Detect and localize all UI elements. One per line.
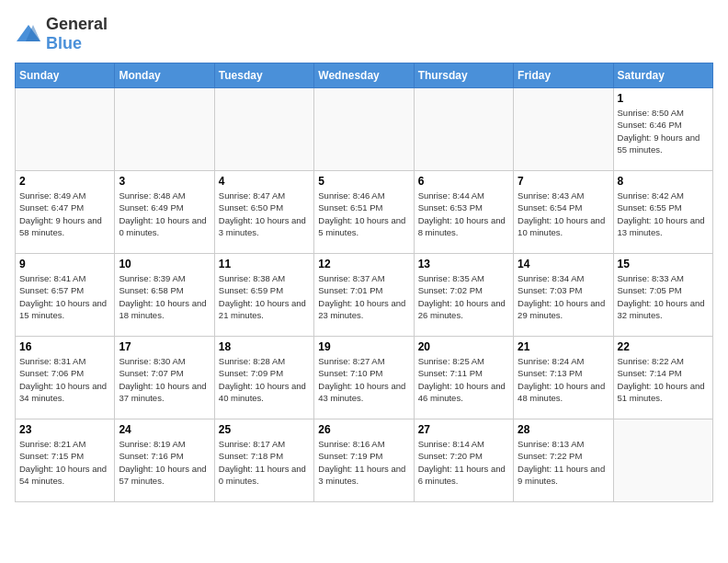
day-number: 16 (19, 340, 110, 353)
day-info: Sunrise: 8:30 AM Sunset: 7:07 PM Dayligh… (119, 355, 210, 404)
day-number: 27 (418, 423, 509, 436)
col-tuesday: Tuesday (214, 63, 313, 88)
day-info: Sunrise: 8:31 AM Sunset: 7:06 PM Dayligh… (19, 355, 110, 404)
day-info: Sunrise: 8:34 AM Sunset: 7:03 PM Dayligh… (518, 272, 609, 321)
col-saturday: Saturday (613, 63, 712, 88)
day-info: Sunrise: 8:28 AM Sunset: 7:09 PM Dayligh… (219, 355, 310, 404)
day-info: Sunrise: 8:16 AM Sunset: 7:19 PM Dayligh… (318, 438, 409, 487)
calendar-cell (514, 88, 613, 171)
calendar-cell: 17Sunrise: 8:30 AM Sunset: 7:07 PM Dayli… (115, 337, 214, 419)
day-number: 21 (518, 340, 609, 353)
calendar-week-row: 1Sunrise: 8:50 AM Sunset: 6:46 PM Daylig… (16, 88, 713, 171)
day-info: Sunrise: 8:35 AM Sunset: 7:02 PM Dayligh… (418, 272, 509, 321)
calendar-cell: 19Sunrise: 8:27 AM Sunset: 7:10 PM Dayli… (314, 337, 414, 419)
calendar-cell: 18Sunrise: 8:28 AM Sunset: 7:09 PM Dayli… (214, 337, 313, 419)
calendar-cell: 5Sunrise: 8:46 AM Sunset: 6:51 PM Daylig… (314, 171, 414, 254)
calendar-cell: 28Sunrise: 8:13 AM Sunset: 7:22 PM Dayli… (514, 419, 613, 502)
day-info: Sunrise: 8:43 AM Sunset: 6:54 PM Dayligh… (518, 190, 609, 238)
day-number: 26 (318, 423, 409, 436)
col-friday: Friday (514, 63, 613, 88)
calendar-cell (214, 88, 313, 171)
calendar-body: 1Sunrise: 8:50 AM Sunset: 6:46 PM Daylig… (16, 88, 713, 502)
day-info: Sunrise: 8:25 AM Sunset: 7:11 PM Dayligh… (418, 355, 509, 404)
day-info: Sunrise: 8:38 AM Sunset: 6:59 PM Dayligh… (219, 272, 310, 321)
calendar-cell: 23Sunrise: 8:21 AM Sunset: 7:15 PM Dayli… (16, 419, 115, 502)
day-number: 3 (119, 175, 210, 188)
calendar-cell: 12Sunrise: 8:37 AM Sunset: 7:01 PM Dayli… (314, 254, 414, 337)
calendar-cell: 13Sunrise: 8:35 AM Sunset: 7:02 PM Dayli… (414, 254, 513, 337)
day-number: 17 (119, 340, 210, 353)
day-number: 13 (418, 258, 509, 270)
calendar-cell: 25Sunrise: 8:17 AM Sunset: 7:18 PM Dayli… (214, 419, 313, 502)
day-info: Sunrise: 8:47 AM Sunset: 6:50 PM Dayligh… (219, 190, 310, 238)
day-info: Sunrise: 8:39 AM Sunset: 6:58 PM Dayligh… (119, 272, 210, 321)
calendar-header: Sunday Monday Tuesday Wednesday Thursday… (16, 63, 713, 88)
calendar-cell: 9Sunrise: 8:41 AM Sunset: 6:57 PM Daylig… (16, 254, 115, 337)
calendar-cell: 21Sunrise: 8:24 AM Sunset: 7:13 PM Dayli… (514, 337, 613, 419)
day-info: Sunrise: 8:44 AM Sunset: 6:53 PM Dayligh… (418, 190, 509, 238)
day-number: 12 (318, 258, 409, 270)
day-number: 24 (119, 423, 210, 436)
day-number: 28 (518, 423, 609, 436)
page-header: General Blue (15, 15, 713, 53)
day-number: 23 (19, 423, 110, 436)
day-number: 15 (618, 258, 709, 270)
calendar-cell (613, 419, 712, 502)
day-number: 2 (19, 175, 110, 188)
day-number: 1 (618, 92, 709, 105)
day-number: 7 (518, 175, 609, 188)
col-thursday: Thursday (414, 63, 513, 88)
calendar-cell (16, 88, 115, 171)
calendar-cell: 27Sunrise: 8:14 AM Sunset: 7:20 PM Dayli… (414, 419, 513, 502)
calendar-cell: 11Sunrise: 8:38 AM Sunset: 6:59 PM Dayli… (214, 254, 313, 337)
calendar-cell: 6Sunrise: 8:44 AM Sunset: 6:53 PM Daylig… (414, 171, 513, 254)
day-number: 25 (219, 423, 310, 436)
calendar-cell (414, 88, 513, 171)
calendar-week-row: 2Sunrise: 8:49 AM Sunset: 6:47 PM Daylig… (16, 171, 713, 254)
calendar-cell: 4Sunrise: 8:47 AM Sunset: 6:50 PM Daylig… (214, 171, 313, 254)
calendar-cell: 10Sunrise: 8:39 AM Sunset: 6:58 PM Dayli… (115, 254, 214, 337)
calendar-cell: 14Sunrise: 8:34 AM Sunset: 7:03 PM Dayli… (514, 254, 613, 337)
day-number: 4 (219, 175, 310, 188)
day-info: Sunrise: 8:19 AM Sunset: 7:16 PM Dayligh… (119, 438, 210, 487)
calendar-cell (115, 88, 214, 171)
calendar-cell: 24Sunrise: 8:19 AM Sunset: 7:16 PM Dayli… (115, 419, 214, 502)
calendar-cell: 2Sunrise: 8:49 AM Sunset: 6:47 PM Daylig… (16, 171, 115, 254)
day-info: Sunrise: 8:48 AM Sunset: 6:49 PM Dayligh… (119, 190, 210, 238)
col-monday: Monday (115, 63, 214, 88)
day-info: Sunrise: 8:33 AM Sunset: 7:05 PM Dayligh… (618, 272, 709, 321)
day-number: 9 (19, 258, 110, 270)
calendar-cell: 3Sunrise: 8:48 AM Sunset: 6:49 PM Daylig… (115, 171, 214, 254)
day-number: 14 (518, 258, 609, 270)
day-info: Sunrise: 8:41 AM Sunset: 6:57 PM Dayligh… (19, 272, 110, 321)
day-info: Sunrise: 8:37 AM Sunset: 7:01 PM Dayligh… (318, 272, 409, 321)
day-number: 11 (219, 258, 310, 270)
logo-blue-text: Blue (46, 34, 82, 52)
day-info: Sunrise: 8:27 AM Sunset: 7:10 PM Dayligh… (318, 355, 409, 404)
calendar-cell: 16Sunrise: 8:31 AM Sunset: 7:06 PM Dayli… (16, 337, 115, 419)
calendar-week-row: 23Sunrise: 8:21 AM Sunset: 7:15 PM Dayli… (16, 419, 713, 502)
col-wednesday: Wednesday (314, 63, 414, 88)
day-info: Sunrise: 8:24 AM Sunset: 7:13 PM Dayligh… (518, 355, 609, 404)
day-info: Sunrise: 8:50 AM Sunset: 6:46 PM Dayligh… (618, 107, 709, 155)
day-number: 5 (318, 175, 409, 188)
calendar-week-row: 9Sunrise: 8:41 AM Sunset: 6:57 PM Daylig… (16, 254, 713, 337)
day-number: 18 (219, 340, 310, 353)
calendar-cell: 22Sunrise: 8:22 AM Sunset: 7:14 PM Dayli… (613, 337, 712, 419)
calendar-table: Sunday Monday Tuesday Wednesday Thursday… (15, 63, 713, 502)
header-row: Sunday Monday Tuesday Wednesday Thursday… (16, 63, 713, 88)
calendar-cell: 8Sunrise: 8:42 AM Sunset: 6:55 PM Daylig… (613, 171, 712, 254)
day-number: 6 (418, 175, 509, 188)
day-info: Sunrise: 8:22 AM Sunset: 7:14 PM Dayligh… (618, 355, 709, 404)
day-number: 20 (418, 340, 509, 353)
day-info: Sunrise: 8:42 AM Sunset: 6:55 PM Dayligh… (618, 190, 709, 238)
day-info: Sunrise: 8:13 AM Sunset: 7:22 PM Dayligh… (518, 438, 609, 487)
day-number: 19 (318, 340, 409, 353)
calendar-cell: 20Sunrise: 8:25 AM Sunset: 7:11 PM Dayli… (414, 337, 513, 419)
logo: General Blue (15, 15, 108, 53)
day-info: Sunrise: 8:49 AM Sunset: 6:47 PM Dayligh… (19, 190, 110, 238)
calendar-cell: 1Sunrise: 8:50 AM Sunset: 6:46 PM Daylig… (613, 88, 712, 171)
calendar-cell: 7Sunrise: 8:43 AM Sunset: 6:54 PM Daylig… (514, 171, 613, 254)
logo-general-text: General (46, 15, 108, 33)
calendar-cell: 15Sunrise: 8:33 AM Sunset: 7:05 PM Dayli… (613, 254, 712, 337)
